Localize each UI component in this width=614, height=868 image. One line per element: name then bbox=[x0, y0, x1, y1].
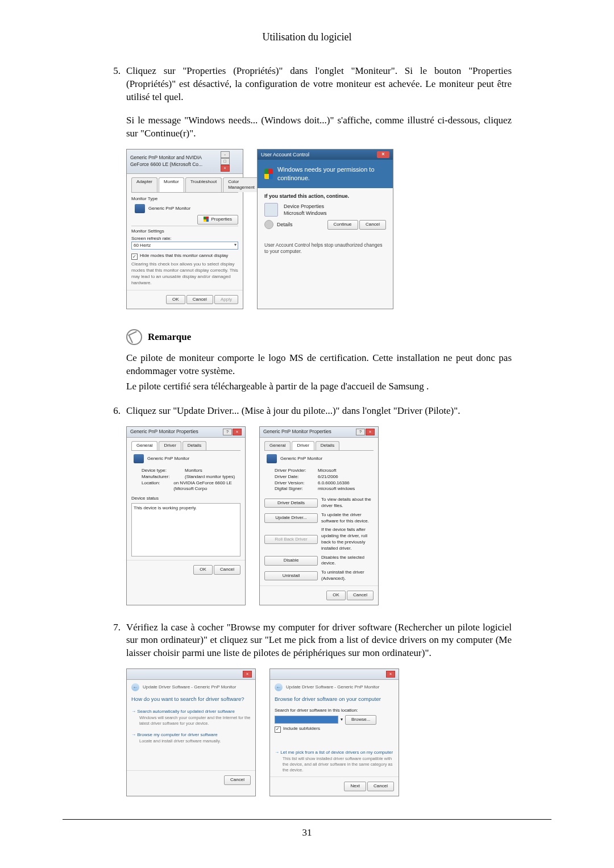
include-subfolders-checkbox[interactable]: ✓ Include subfolders bbox=[275, 726, 394, 733]
signer-label: Digital Signer: bbox=[275, 486, 314, 492]
properties-button[interactable]: Properties bbox=[197, 215, 238, 225]
uac-details-toggle[interactable]: Details bbox=[277, 221, 293, 228]
wizard-question: How do you want to search for driver sof… bbox=[131, 696, 251, 703]
ok-button[interactable]: OK bbox=[166, 295, 185, 305]
device-status-box: This device is working properly. bbox=[131, 503, 240, 556]
minimize-icon[interactable]: ‐ bbox=[221, 151, 230, 158]
search-location-label: Search for driver software in this locat… bbox=[275, 708, 394, 714]
shield-icon bbox=[264, 169, 273, 179]
uninstall-button[interactable]: Uninstall bbox=[264, 571, 318, 581]
back-icon[interactable]: ← bbox=[131, 683, 139, 691]
browse-computer-option[interactable]: Browse my computer for driver software bbox=[137, 732, 217, 737]
cancel-button[interactable]: Cancel bbox=[347, 591, 374, 600]
tab-color-management[interactable]: Color Management bbox=[223, 177, 260, 193]
tab-general[interactable]: General bbox=[131, 441, 157, 450]
browse-button[interactable]: Browse... bbox=[345, 715, 376, 725]
note-icon bbox=[126, 329, 142, 345]
location-value: on NVIDIA GeForce 6600 LE (Microsoft Cor… bbox=[173, 480, 240, 493]
signer-value: microsoft windows bbox=[318, 486, 355, 492]
rollback-driver-button[interactable]: Roll Back Driver bbox=[264, 535, 318, 545]
close-icon[interactable]: × bbox=[221, 165, 230, 172]
uac-program-publisher: Microsoft Windows bbox=[284, 210, 327, 217]
let-me-pick-option[interactable]: Let me pick from a list of device driver… bbox=[280, 750, 393, 755]
tab-monitor[interactable]: Monitor bbox=[159, 177, 184, 193]
chevron-down-icon bbox=[264, 220, 273, 229]
close-icon[interactable]: × bbox=[386, 671, 395, 678]
cancel-button[interactable]: Cancel bbox=[224, 775, 251, 785]
cancel-button[interactable]: Cancel bbox=[186, 295, 213, 305]
page-header: Utilisation du logiciel bbox=[102, 31, 512, 43]
driver-details-desc: To view details about the driver files. bbox=[321, 497, 374, 509]
close-icon[interactable]: × bbox=[377, 151, 389, 158]
uac-dialog: User Account Control × Windows needs you… bbox=[257, 149, 393, 310]
disable-button[interactable]: Disable bbox=[264, 556, 318, 566]
remark-title: Remarque bbox=[148, 331, 191, 344]
location-input[interactable] bbox=[275, 716, 338, 724]
uninstall-desc: To uninstall the driver (Advanced). bbox=[321, 570, 374, 582]
tab-adapter[interactable]: Adapter bbox=[131, 177, 157, 193]
monitor-type-label: Monitor Type bbox=[131, 196, 238, 202]
monitor-name: Generic PnP Monitor bbox=[148, 206, 190, 212]
refresh-rate-label: Screen refresh rate: bbox=[131, 236, 238, 242]
version-value: 6.0.6000.16386 bbox=[318, 480, 350, 487]
apply-button[interactable]: Apply bbox=[214, 295, 238, 305]
device-name: Generic PnP Monitor bbox=[147, 456, 189, 462]
step-7-number: 7. bbox=[102, 621, 126, 661]
hide-modes-description: Clearing this check box allows you to se… bbox=[131, 261, 238, 286]
search-auto-desc: Windows will search your computer and th… bbox=[139, 715, 251, 726]
ok-button[interactable]: OK bbox=[193, 565, 213, 575]
location-label: Location: bbox=[142, 480, 170, 493]
disable-desc: Disables the selected device. bbox=[321, 555, 374, 567]
help-icon[interactable]: ? bbox=[356, 429, 365, 435]
provider-value: Microsoft bbox=[318, 468, 336, 474]
tab-details[interactable]: Details bbox=[182, 441, 206, 450]
driver-details-button[interactable]: Driver Details bbox=[264, 499, 318, 508]
checkbox-icon: ✓ bbox=[131, 254, 138, 260]
tab-driver[interactable]: Driver bbox=[159, 441, 181, 450]
ok-button[interactable]: OK bbox=[326, 591, 346, 600]
tab-details[interactable]: Details bbox=[316, 441, 339, 450]
tab-strip: Adapter Monitor Troubleshoot Color Manag… bbox=[131, 177, 238, 193]
continue-button[interactable]: Continue bbox=[327, 220, 358, 230]
device-type-label: Device type: bbox=[142, 468, 181, 474]
checkbox-icon: ✓ bbox=[275, 726, 281, 733]
step-6-text: Cliquez sur "Update Driver... (Mise à jo… bbox=[126, 405, 512, 418]
browse-computer-desc: Locate and install driver software manua… bbox=[139, 738, 251, 744]
tab-general[interactable]: General bbox=[264, 441, 291, 450]
back-icon[interactable]: ← bbox=[275, 683, 283, 691]
update-driver-button[interactable]: Update Driver... bbox=[264, 513, 318, 523]
update-driver-wizard-1: × ← Update Driver Software - Generic PnP… bbox=[126, 668, 256, 796]
date-label: Driver Date: bbox=[275, 474, 314, 480]
cancel-button[interactable]: Cancel bbox=[367, 782, 394, 791]
step-7-text: Vérifiez la case à cocher "Browse my com… bbox=[126, 621, 512, 661]
uac-headline: Windows needs your permission to contino… bbox=[277, 165, 386, 182]
refresh-rate-select[interactable]: 60 Hertz bbox=[131, 242, 238, 250]
close-icon[interactable]: × bbox=[233, 429, 242, 435]
wizard-heading: Browse for driver software on your compu… bbox=[275, 696, 394, 703]
next-button[interactable]: Next bbox=[344, 782, 366, 791]
wizard-breadcrumb: Update Driver Software - Generic PnP Mon… bbox=[143, 684, 236, 691]
uac-program-name: Device Properties bbox=[284, 203, 327, 210]
cancel-button[interactable]: Cancel bbox=[359, 220, 386, 230]
manufacturer-label: Manufacturer: bbox=[142, 474, 181, 480]
maximize-icon[interactable]: □ bbox=[221, 158, 230, 165]
rollback-driver-desc: If the device fails after updating the d… bbox=[321, 527, 374, 551]
tab-troubleshoot[interactable]: Troubleshoot bbox=[185, 177, 222, 193]
hide-modes-checkbox[interactable]: ✓ Hide modes that this monitor cannot di… bbox=[131, 253, 238, 260]
help-icon[interactable]: ? bbox=[223, 429, 232, 435]
search-auto-option[interactable]: Search automatically for updated driver … bbox=[137, 709, 235, 714]
wizard-breadcrumb: Update Driver Software - Generic PnP Mon… bbox=[286, 684, 379, 691]
monitor-icon bbox=[134, 454, 144, 463]
tab-driver[interactable]: Driver bbox=[292, 441, 314, 450]
uac-started-text: If you started this action, continue. bbox=[264, 193, 386, 200]
close-icon[interactable]: × bbox=[243, 671, 252, 678]
step-5-number: 5. bbox=[102, 65, 126, 140]
manufacturer-value: (Standard monitor types) bbox=[185, 474, 235, 480]
window-buttons: ‐ □ × bbox=[220, 151, 239, 172]
cancel-button[interactable]: Cancel bbox=[214, 565, 240, 575]
close-icon[interactable]: × bbox=[366, 429, 375, 435]
date-value: 6/21/2006 bbox=[318, 474, 338, 480]
dialog-title: Generic PnP Monitor Properties bbox=[130, 429, 198, 435]
dialog-title: Generic PnP Monitor Properties bbox=[263, 429, 331, 435]
step-5-text: Cliquez sur "Properties (Propriétés)" da… bbox=[126, 65, 512, 102]
